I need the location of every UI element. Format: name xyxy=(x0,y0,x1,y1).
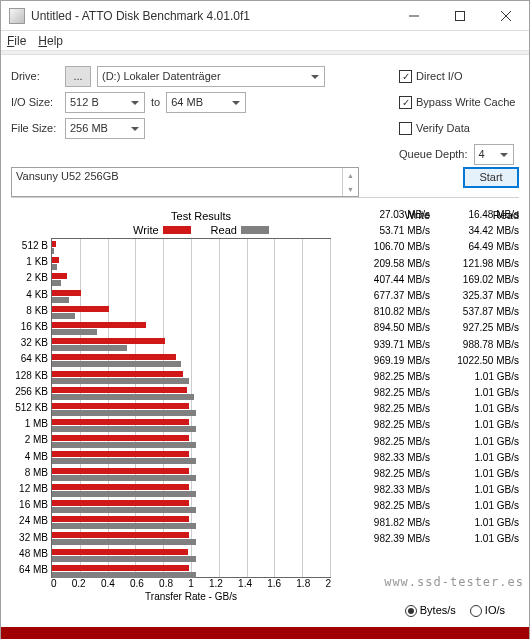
app-icon xyxy=(9,8,25,24)
filesize-select[interactable]: 256 MB xyxy=(65,118,145,139)
write-value: 27.03 MB/s xyxy=(341,207,430,223)
write-value: 982.33 MB/s xyxy=(341,450,430,466)
read-value: 34.42 MB/s xyxy=(430,223,519,239)
spin-up-icon[interactable]: ▲ xyxy=(342,168,358,182)
write-value: 106.70 MB/s xyxy=(341,239,430,255)
read-value: 325.37 MB/s xyxy=(430,288,519,304)
legend-write-swatch xyxy=(163,226,191,234)
bypass-label: Bypass Write Cache xyxy=(416,96,515,108)
filesize-value: 256 MB xyxy=(70,122,108,134)
write-value: 407.44 MB/s xyxy=(341,272,430,288)
queue-depth-select[interactable]: 4 xyxy=(474,144,514,165)
iosize-from-value: 512 B xyxy=(70,96,99,108)
read-value: 1.01 GB/s xyxy=(430,466,519,482)
write-value: 982.25 MB/s xyxy=(341,434,430,450)
write-value: 981.82 MB/s xyxy=(341,515,430,531)
iosize-from-select[interactable]: 512 B xyxy=(65,92,145,113)
read-value: 16.48 MB/s xyxy=(430,207,519,223)
iosize-to-value: 64 MB xyxy=(171,96,203,108)
write-value: 982.25 MB/s xyxy=(341,498,430,514)
queue-depth-value: 4 xyxy=(479,148,485,160)
footer-banner: ATTO Storage and Network Connectivity Ex… xyxy=(1,627,529,639)
read-value: 1.01 GB/s xyxy=(430,434,519,450)
read-value: 1.01 GB/s xyxy=(430,498,519,514)
description-text: Vansuny U52 256GB xyxy=(16,170,119,182)
write-value: 939.71 MB/s xyxy=(341,337,430,353)
watermark-text: www.ssd-tester.es xyxy=(384,575,524,589)
read-value: 121.98 MB/s xyxy=(430,256,519,272)
io-s-label: IO/s xyxy=(485,604,505,616)
write-value: 982.25 MB/s xyxy=(341,369,430,385)
read-value: 64.49 MB/s xyxy=(430,239,519,255)
write-value: 209.58 MB/s xyxy=(341,256,430,272)
menu-file[interactable]: File xyxy=(7,34,26,48)
filesize-label: File Size: xyxy=(11,122,65,134)
bytes-s-label: Bytes/s xyxy=(420,604,456,616)
read-value: 927.25 MB/s xyxy=(430,320,519,336)
queue-depth-label: Queue Depth: xyxy=(399,148,468,160)
description-textarea[interactable]: Vansuny U52 256GB ▲▼ xyxy=(11,167,359,197)
legend-write-label: Write xyxy=(133,224,158,236)
window-title: Untitled - ATTO Disk Benchmark 4.01.0f1 xyxy=(31,9,391,23)
start-button[interactable]: Start xyxy=(463,167,519,188)
minimize-button[interactable] xyxy=(391,1,437,31)
write-value: 982.25 MB/s xyxy=(341,385,430,401)
read-value: 537.87 MB/s xyxy=(430,304,519,320)
chart-x-axis: 00.20.40.60.811.21.41.61.82 xyxy=(51,578,331,589)
bypass-cache-checkbox[interactable]: ✓Bypass Write Cache xyxy=(399,96,519,109)
drive-value: (D:) Lokaler Datenträger xyxy=(102,70,221,82)
read-value: 1.01 GB/s xyxy=(430,385,519,401)
to-label: to xyxy=(151,96,160,108)
drive-select[interactable]: (D:) Lokaler Datenträger xyxy=(97,66,325,87)
drive-label: Drive: xyxy=(11,70,65,82)
write-value: 969.19 MB/s xyxy=(341,353,430,369)
read-value: 1.01 GB/s xyxy=(430,401,519,417)
write-value: 982.25 MB/s xyxy=(341,466,430,482)
read-value: 1.01 GB/s xyxy=(430,450,519,466)
write-value: 677.37 MB/s xyxy=(341,288,430,304)
close-button[interactable] xyxy=(483,1,529,31)
read-value: 988.78 MB/s xyxy=(430,337,519,353)
write-value: 982.25 MB/s xyxy=(341,417,430,433)
verify-label: Verify Data xyxy=(416,122,470,134)
bytes-per-sec-radio[interactable]: Bytes/s xyxy=(405,604,456,617)
write-value: 810.82 MB/s xyxy=(341,304,430,320)
io-per-sec-radio[interactable]: IO/s xyxy=(470,604,505,617)
results-title: Test Results xyxy=(71,210,331,222)
read-value: 1022.50 MB/s xyxy=(430,353,519,369)
chart-area xyxy=(51,238,331,578)
browse-drive-button[interactable]: ... xyxy=(65,66,91,87)
read-value: 1.01 GB/s xyxy=(430,369,519,385)
read-value: 1.01 GB/s xyxy=(430,482,519,498)
legend-read-label: Read xyxy=(211,224,237,236)
legend-read: Read xyxy=(211,224,269,236)
direct-io-label: Direct I/O xyxy=(416,70,462,82)
chart-x-label: Transfer Rate - GB/s xyxy=(51,591,331,602)
write-value: 982.39 MB/s xyxy=(341,531,430,547)
iosize-to-select[interactable]: 64 MB xyxy=(166,92,246,113)
read-value: 1.01 GB/s xyxy=(430,531,519,547)
legend-read-swatch xyxy=(241,226,269,234)
read-value: 1.01 GB/s xyxy=(430,417,519,433)
legend-write: Write xyxy=(133,224,190,236)
direct-io-checkbox[interactable]: ✓Direct I/O xyxy=(399,70,519,83)
read-value: 169.02 MB/s xyxy=(430,272,519,288)
svg-rect-1 xyxy=(456,11,465,20)
menu-help[interactable]: Help xyxy=(38,34,63,48)
maximize-button[interactable] xyxy=(437,1,483,31)
write-value: 982.33 MB/s xyxy=(341,482,430,498)
read-value: 1.01 GB/s xyxy=(430,515,519,531)
chart-y-labels: 512 B1 KB2 KB4 KB8 KB16 KB32 KB64 KB128 … xyxy=(11,238,51,578)
write-value: 894.50 MB/s xyxy=(341,320,430,336)
spin-down-icon[interactable]: ▼ xyxy=(342,182,358,196)
write-value: 53.71 MB/s xyxy=(341,223,430,239)
verify-data-checkbox[interactable]: Verify Data xyxy=(399,122,519,135)
write-value: 982.25 MB/s xyxy=(341,401,430,417)
iosize-label: I/O Size: xyxy=(11,96,65,108)
